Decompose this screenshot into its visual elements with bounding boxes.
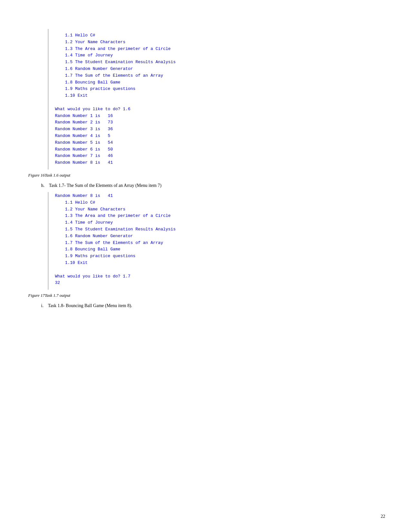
page-content: 1.1 Hello C# 1.2 Your Name Characters 1.… bbox=[28, 13, 383, 319]
figure-2-caption: Figure 17Task 1.7 output bbox=[28, 293, 383, 298]
section-h-heading: h. Task 1.7- The Sum of the Elements of … bbox=[41, 183, 383, 188]
figure-1-caption: Figure 16Task 1.6 output bbox=[28, 173, 383, 178]
section-i-label: i. bbox=[41, 303, 44, 308]
code-block-2: Random Number 8 is 41 1.1 Hello C# 1.2 Y… bbox=[48, 192, 383, 290]
section-i-text: Task 1.8- Bouncing Ball Game (Menu item … bbox=[48, 303, 132, 308]
page-number: 22 bbox=[381, 514, 385, 519]
section-h-label: h. bbox=[41, 183, 45, 188]
code-block-1: 1.1 Hello C# 1.2 Your Name Characters 1.… bbox=[48, 29, 383, 169]
section-i-heading: i. Task 1.8- Bouncing Ball Game (Menu it… bbox=[41, 303, 383, 308]
section-h-text: Task 1.7- The Sum of the Elements of an … bbox=[49, 183, 161, 188]
